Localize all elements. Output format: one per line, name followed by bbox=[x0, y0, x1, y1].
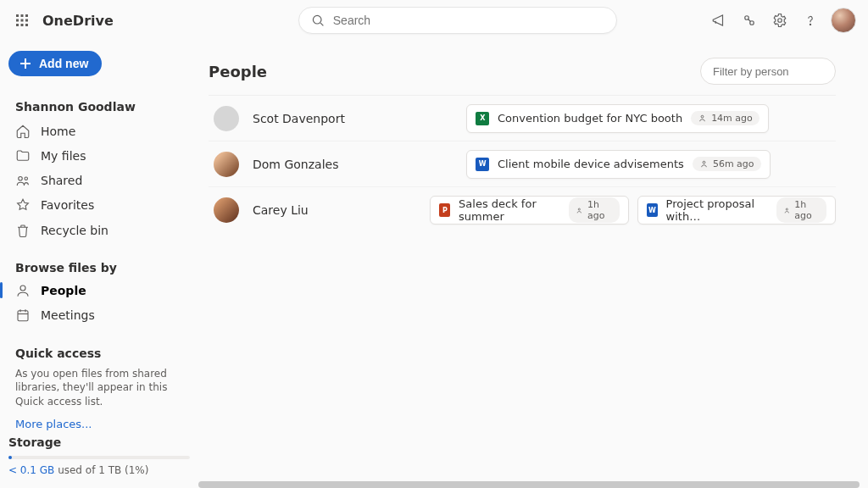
svg-point-25 bbox=[703, 161, 705, 164]
person-row[interactable]: Dom GonzalesWClient mobile device advise… bbox=[209, 141, 836, 187]
people-list: Scot DavenportXConvention budget for NYC… bbox=[209, 95, 836, 233]
account-avatar[interactable] bbox=[831, 8, 856, 33]
app-name: OneDrive bbox=[42, 13, 114, 29]
share-indicator-icon bbox=[783, 206, 791, 215]
sidebar-item-label: Favorites bbox=[41, 198, 94, 212]
storage-used-link[interactable]: < 0.1 GB bbox=[8, 464, 54, 476]
svg-rect-2 bbox=[25, 14, 28, 17]
svg-point-17 bbox=[19, 177, 23, 181]
shared-icon bbox=[15, 173, 31, 188]
file-title: Convention budget for NYC booth bbox=[498, 112, 682, 125]
sidebar-item-shared[interactable]: Shared bbox=[8, 168, 190, 192]
person-name: Scot Davenport bbox=[253, 112, 345, 125]
powerpoint-file-icon: P bbox=[439, 203, 450, 217]
sidebar-item-label: Meetings bbox=[41, 308, 95, 322]
svg-point-24 bbox=[701, 115, 704, 118]
page-title: People bbox=[209, 63, 267, 80]
file-cards: PSales deck for summer1h agoWProject pro… bbox=[430, 196, 836, 225]
file-title: Client mobile device advisements bbox=[498, 158, 684, 170]
sidebar: Add new Shannon Goodlaw Home My files Sh… bbox=[0, 41, 198, 488]
svg-rect-8 bbox=[25, 24, 28, 26]
svg-point-27 bbox=[786, 208, 787, 209]
file-card[interactable]: WProject proposal with…1h ago bbox=[637, 196, 836, 225]
sidebar-item-recyclebin[interactable]: Recycle bin bbox=[8, 218, 190, 242]
calendar-icon bbox=[15, 308, 31, 323]
more-places-link[interactable]: More places... bbox=[8, 413, 190, 435]
file-cards: XConvention budget for NYC booth14m ago bbox=[466, 104, 769, 133]
person-row[interactable]: Carey LiuPSales deck for summer1h agoWPr… bbox=[209, 187, 836, 233]
sidebar-item-meetings[interactable]: Meetings bbox=[8, 302, 190, 327]
person-name: Carey Liu bbox=[253, 203, 309, 217]
filter-input[interactable] bbox=[700, 58, 836, 85]
share-indicator-icon bbox=[576, 206, 583, 215]
horizontal-scrollbar[interactable] bbox=[198, 481, 860, 488]
sidebar-item-people[interactable]: People bbox=[8, 278, 190, 302]
app-launcher-icon[interactable] bbox=[7, 5, 37, 36]
excel-file-icon: X bbox=[476, 112, 489, 125]
plus-icon bbox=[19, 57, 32, 70]
search-icon bbox=[311, 14, 325, 27]
storage-heading: Storage bbox=[8, 435, 190, 449]
search-box[interactable] bbox=[298, 7, 617, 34]
person-icon bbox=[15, 283, 31, 298]
trash-icon bbox=[15, 223, 31, 238]
sidebar-item-label: People bbox=[41, 284, 86, 297]
storage-progressbar bbox=[8, 456, 190, 459]
sidebar-item-myfiles[interactable]: My files bbox=[8, 143, 190, 168]
sidebar-item-label: Home bbox=[41, 125, 75, 138]
file-title: Project proposal with… bbox=[666, 197, 768, 223]
word-file-icon: W bbox=[476, 158, 489, 171]
file-card[interactable]: PSales deck for summer1h ago bbox=[430, 196, 629, 225]
settings-icon[interactable] bbox=[765, 5, 795, 36]
file-cards: WClient mobile device advisements56m ago bbox=[466, 150, 771, 179]
add-new-button[interactable]: Add new bbox=[8, 51, 102, 76]
svg-rect-1 bbox=[21, 14, 24, 17]
add-new-label: Add new bbox=[39, 57, 88, 70]
svg-rect-4 bbox=[21, 19, 24, 22]
sidebar-item-label: Recycle bin bbox=[41, 224, 108, 237]
svg-rect-5 bbox=[25, 19, 28, 22]
help-icon[interactable] bbox=[795, 5, 826, 36]
storage-usage-text: < 0.1 GB used of 1 TB (1%) bbox=[8, 464, 190, 476]
workspace: Add new Shannon Goodlaw Home My files Sh… bbox=[0, 41, 868, 488]
top-bar: OneDrive bbox=[0, 0, 868, 41]
sidebar-item-home[interactable]: Home bbox=[8, 119, 190, 143]
star-icon bbox=[15, 197, 31, 213]
file-card[interactable]: XConvention budget for NYC booth14m ago bbox=[466, 104, 769, 133]
svg-point-19 bbox=[20, 286, 25, 291]
sidebar-item-label: My files bbox=[41, 149, 86, 163]
quickaccess-heading: Quick access bbox=[15, 347, 183, 360]
quickaccess-hint: As you open files from shared libraries,… bbox=[8, 363, 190, 413]
file-title: Sales deck for summer bbox=[459, 197, 560, 223]
person-name: Dom Gonzales bbox=[253, 158, 338, 171]
browse-heading: Browse files by bbox=[15, 261, 183, 274]
word-file-icon: W bbox=[647, 203, 658, 217]
svg-point-26 bbox=[579, 208, 581, 209]
sidebar-item-label: Shared bbox=[41, 174, 82, 187]
person-avatar bbox=[214, 197, 239, 223]
home-icon bbox=[15, 124, 31, 139]
svg-rect-3 bbox=[16, 19, 19, 22]
storage-section: Storage < 0.1 GB used of 1 TB (1%) bbox=[8, 435, 190, 480]
file-time-badge: 56m ago bbox=[693, 157, 761, 171]
svg-rect-6 bbox=[16, 24, 19, 26]
file-card[interactable]: WClient mobile device advisements56m ago bbox=[466, 150, 771, 179]
premium-icon[interactable] bbox=[734, 5, 765, 36]
search-input[interactable] bbox=[333, 14, 604, 27]
person-avatar bbox=[214, 106, 239, 131]
svg-rect-20 bbox=[18, 311, 28, 321]
sidebar-item-favorites[interactable]: Favorites bbox=[8, 193, 190, 218]
file-time-badge: 14m ago bbox=[691, 111, 760, 125]
person-cell: Dom Gonzales bbox=[209, 152, 453, 177]
person-cell: Carey Liu bbox=[209, 197, 416, 223]
svg-point-18 bbox=[25, 177, 27, 180]
file-time-badge: 1h ago bbox=[776, 197, 826, 223]
svg-point-9 bbox=[313, 15, 321, 24]
share-indicator-icon bbox=[699, 159, 709, 169]
svg-point-13 bbox=[778, 19, 782, 23]
announcements-icon[interactable] bbox=[704, 5, 734, 36]
person-row[interactable]: Scot DavenportXConvention budget for NYC… bbox=[209, 96, 836, 141]
svg-rect-7 bbox=[21, 24, 24, 26]
person-avatar bbox=[214, 152, 239, 177]
folder-icon bbox=[15, 148, 31, 164]
